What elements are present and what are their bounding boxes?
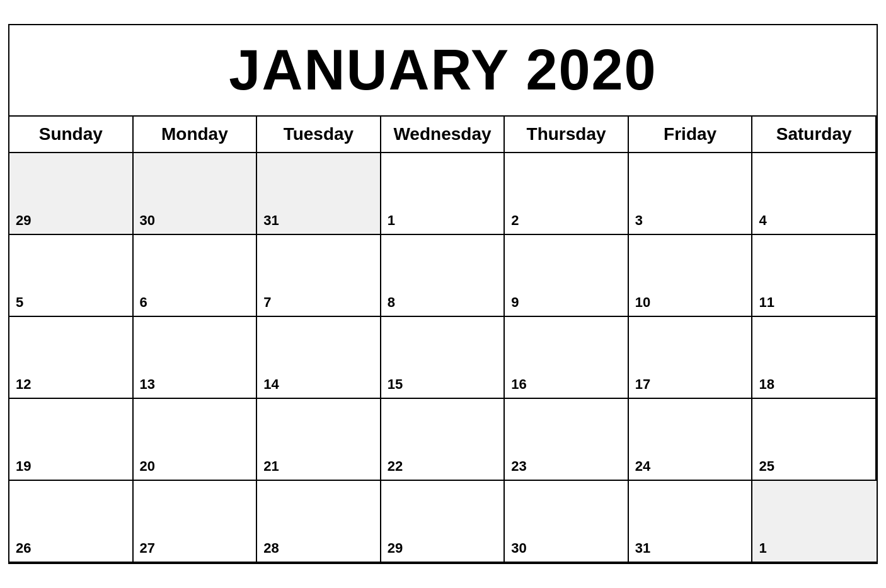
day-cell[interactable]: 21 bbox=[257, 399, 381, 481]
day-number: 4 bbox=[759, 212, 766, 229]
day-cell[interactable]: 14 bbox=[257, 317, 381, 399]
day-number: 21 bbox=[263, 458, 279, 475]
calendar: JANUARY 2020 SundayMondayTuesdayWednesda… bbox=[8, 24, 878, 564]
day-number: 13 bbox=[140, 376, 155, 393]
day-cell[interactable]: 16 bbox=[505, 317, 629, 399]
calendar-title: JANUARY 2020 bbox=[9, 25, 877, 117]
day-header-sunday: Sunday bbox=[9, 117, 134, 153]
day-cell[interactable]: 29 bbox=[381, 481, 505, 563]
day-number: 15 bbox=[388, 376, 403, 393]
day-cell[interactable]: 22 bbox=[381, 399, 505, 481]
day-header-monday: Monday bbox=[134, 117, 258, 153]
day-cell[interactable]: 19 bbox=[9, 399, 134, 481]
day-number: 12 bbox=[16, 376, 31, 393]
day-cell[interactable]: 18 bbox=[752, 317, 877, 399]
day-cell[interactable]: 30 bbox=[505, 481, 629, 563]
day-number: 18 bbox=[759, 376, 774, 393]
day-number: 8 bbox=[388, 294, 395, 311]
day-cell[interactable]: 17 bbox=[629, 317, 753, 399]
day-number: 11 bbox=[759, 294, 774, 311]
day-number: 23 bbox=[511, 458, 526, 475]
day-cell[interactable]: 10 bbox=[629, 235, 753, 317]
day-number: 30 bbox=[511, 540, 526, 556]
day-number: 16 bbox=[511, 376, 526, 393]
day-cell[interactable]: 27 bbox=[134, 481, 258, 563]
day-cell[interactable]: 15 bbox=[381, 317, 505, 399]
day-number: 2 bbox=[511, 212, 519, 229]
day-number: 7 bbox=[263, 294, 271, 311]
day-number: 19 bbox=[16, 458, 31, 475]
day-number: 10 bbox=[635, 294, 650, 311]
day-cell[interactable]: 25 bbox=[752, 399, 877, 481]
day-cell[interactable]: 20 bbox=[134, 399, 258, 481]
day-number: 29 bbox=[16, 212, 31, 229]
day-cell[interactable]: 31 bbox=[257, 153, 381, 235]
day-cell[interactable]: 24 bbox=[629, 399, 753, 481]
day-cell[interactable]: 28 bbox=[257, 481, 381, 563]
day-header-tuesday: Tuesday bbox=[257, 117, 381, 153]
day-number: 31 bbox=[263, 212, 279, 229]
day-number: 1 bbox=[388, 212, 395, 229]
day-number: 14 bbox=[263, 376, 279, 393]
day-number: 25 bbox=[759, 458, 774, 475]
day-cell[interactable]: 8 bbox=[381, 235, 505, 317]
day-cell[interactable]: 2 bbox=[505, 153, 629, 235]
day-cell[interactable]: 13 bbox=[134, 317, 258, 399]
day-number: 3 bbox=[635, 212, 643, 229]
day-header-friday: Friday bbox=[629, 117, 753, 153]
day-cell[interactable]: 9 bbox=[505, 235, 629, 317]
day-number: 5 bbox=[16, 294, 23, 311]
day-cell[interactable]: 29 bbox=[9, 153, 134, 235]
day-cell[interactable]: 12 bbox=[9, 317, 134, 399]
day-header-thursday: Thursday bbox=[505, 117, 629, 153]
day-number: 20 bbox=[140, 458, 155, 475]
day-cell[interactable]: 23 bbox=[505, 399, 629, 481]
day-cell[interactable]: 30 bbox=[134, 153, 258, 235]
day-header-saturday: Saturday bbox=[752, 117, 877, 153]
day-number: 6 bbox=[140, 294, 147, 311]
day-number: 31 bbox=[635, 540, 650, 556]
day-number: 27 bbox=[140, 540, 155, 556]
day-number: 28 bbox=[263, 540, 279, 556]
day-number: 22 bbox=[388, 458, 403, 475]
day-cell[interactable]: 31 bbox=[629, 481, 753, 563]
day-number: 30 bbox=[140, 212, 155, 229]
day-number: 29 bbox=[388, 540, 403, 556]
day-cell[interactable]: 7 bbox=[257, 235, 381, 317]
day-cell[interactable]: 1 bbox=[381, 153, 505, 235]
day-number: 1 bbox=[759, 540, 766, 556]
day-cell[interactable]: 3 bbox=[629, 153, 753, 235]
day-cell[interactable]: 11 bbox=[752, 235, 877, 317]
day-number: 17 bbox=[635, 376, 650, 393]
day-cell[interactable]: 26 bbox=[9, 481, 134, 563]
day-header-wednesday: Wednesday bbox=[381, 117, 505, 153]
day-number: 24 bbox=[635, 458, 650, 475]
day-cell[interactable]: 6 bbox=[134, 235, 258, 317]
day-cell[interactable]: 4 bbox=[752, 153, 877, 235]
day-cell[interactable]: 1 bbox=[752, 481, 877, 563]
day-cell[interactable]: 5 bbox=[9, 235, 134, 317]
day-number: 26 bbox=[16, 540, 31, 556]
calendar-grid: SundayMondayTuesdayWednesdayThursdayFrid… bbox=[9, 117, 877, 563]
day-number: 9 bbox=[511, 294, 519, 311]
